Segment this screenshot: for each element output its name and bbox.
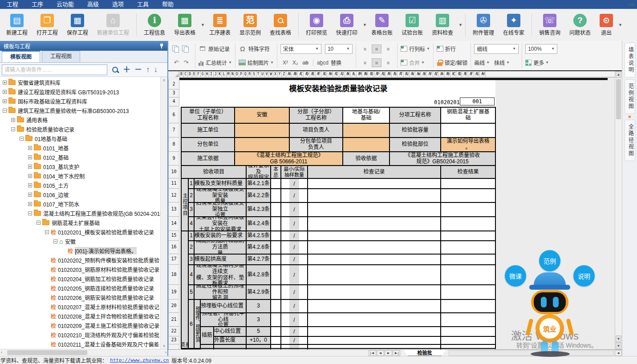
column-header[interactable]: U	[260, 71, 265, 77]
sampling-qty-cell[interactable]: /	[281, 327, 308, 336]
tree-expand-icon[interactable]: −	[53, 239, 57, 243]
font-family-select[interactable]: 宋体▼	[280, 44, 321, 54]
sampling-qty-cell[interactable]: /	[281, 344, 308, 349]
column-header[interactable]: AU	[404, 71, 410, 77]
test-ledger-button[interactable]: ☑试验台账	[398, 12, 427, 37]
tree-expand-icon[interactable]: +	[28, 155, 32, 159]
menu-item-2[interactable]: 工序	[25, 0, 50, 9]
column-header[interactable]: Q	[243, 71, 248, 77]
sheet-tab-inspection[interactable]: 检验批	[403, 350, 446, 356]
last-sheet-button[interactable]: ►|	[393, 350, 400, 356]
column-header[interactable]: AG	[321, 71, 327, 77]
sampling-qty-cell[interactable]: /	[281, 241, 308, 254]
row-header[interactable]: 4	[168, 97, 179, 106]
rowcol-header-button[interactable]: 行列标▼	[401, 43, 430, 55]
column-header[interactable]: N	[231, 71, 235, 77]
export-table-dropdown-icon[interactable]: ▼	[201, 23, 205, 27]
tree-expand-icon[interactable]: +	[3, 81, 7, 85]
tree-expand-icon[interactable]: +	[28, 174, 32, 178]
paste-icon[interactable]	[182, 45, 188, 52]
expand-all-icon[interactable]: ＋	[123, 65, 130, 75]
tree-item[interactable]: +0104_地下水控制	[0, 171, 160, 181]
tree-item[interactable]: −混凝土结构工程施工质量验收规范(GB 50204-2015	[0, 209, 160, 218]
column-header[interactable]: P	[239, 71, 243, 77]
row-header[interactable]: 9	[168, 152, 179, 166]
line-style-select[interactable]: 细线▼	[474, 44, 519, 54]
column-header[interactable]: AV	[410, 71, 415, 77]
column-header[interactable]: AR	[386, 71, 392, 77]
process-table-button[interactable]: ≣工序建表	[205, 12, 235, 37]
strikethrough-button[interactable]: ab	[303, 60, 308, 66]
tree-item[interactable]: +0102_基础	[0, 153, 160, 162]
tree-item[interactable]: 检01020210_现浇结构外观及尺寸偏差检验批	[0, 330, 160, 340]
exit-dropdown-icon[interactable]: ▼	[618, 23, 622, 27]
align-bottom-button[interactable]: ≡	[383, 44, 393, 53]
column-header[interactable]: I	[209, 71, 214, 77]
tree-item[interactable]: 检01020204_钢筋加工检验批质量验收记录	[0, 274, 160, 283]
sampling-qty-cell[interactable]: /	[281, 254, 308, 265]
form-input-cell[interactable]: 演示如何导出表格 。	[441, 138, 495, 152]
scroll-right-icon[interactable]: ›	[165, 350, 166, 355]
row-header[interactable]: 17	[168, 254, 179, 265]
move-up-icon[interactable]: ↑	[146, 65, 150, 75]
menu-item-3[interactable]: 云功能	[50, 0, 81, 9]
scrollbar-thumb[interactable]	[7, 350, 87, 355]
row-header[interactable]: 20	[168, 299, 179, 313]
column-header[interactable]: F	[196, 71, 201, 77]
scroll-split-arrow[interactable]: ▼	[616, 343, 621, 349]
more-button[interactable]: 更多▼	[525, 57, 557, 69]
tree-expand-icon[interactable]: −	[3, 109, 7, 113]
column-header[interactable]: Y	[278, 71, 282, 77]
scroll-down-icon[interactable]: ∨	[161, 344, 167, 348]
column-header[interactable]: J	[214, 71, 218, 77]
column-header[interactable]: V	[265, 71, 269, 77]
online-expert-button[interactable]: ✦在线专家	[499, 12, 528, 37]
undo-icon[interactable]: ↶	[172, 59, 180, 66]
zoom-select[interactable]: 100%▼	[525, 44, 557, 54]
tree-horizontal-scrollbar[interactable]: ‹ ›	[0, 349, 167, 356]
tree-item[interactable]: +0107_地下防水	[0, 199, 160, 209]
sheet-corner-cell[interactable]	[168, 71, 179, 77]
new-project-button[interactable]: ▤新建工程	[2, 12, 32, 37]
column-header[interactable]: AL	[351, 71, 357, 77]
exit-button[interactable]: ⊙退出	[596, 12, 617, 37]
column-header[interactable]: AI	[333, 71, 339, 77]
row-header[interactable]: 19	[168, 285, 179, 299]
row-header[interactable]: 21	[168, 313, 179, 327]
search-icon[interactable]	[112, 66, 119, 73]
form-input-cell[interactable]	[235, 123, 289, 138]
summary-stats-button[interactable]: 汇总统计▼	[199, 57, 232, 69]
tree-item[interactable]: +建设工程监理规范资料库 GB/T50319-2013	[0, 87, 160, 97]
row-header[interactable]: 12	[168, 189, 179, 202]
form-input-cell[interactable]: 安徽	[235, 107, 289, 123]
column-header[interactable]: AT	[398, 71, 403, 77]
attachment-mgmt-button[interactable]: ✇附件管理	[469, 12, 498, 37]
scroll-up-arrow[interactable]: ▲	[616, 71, 621, 78]
sales-consult-button[interactable]: ☏销售咨询	[535, 12, 564, 37]
tree-item[interactable]: −检01020201_模板安装检验批质量验收记录	[0, 227, 160, 237]
menu-item-7[interactable]: 帮助	[155, 0, 180, 9]
tree-item[interactable]: −钢筋混凝土扩展基础	[0, 218, 160, 227]
scroll-up-icon[interactable]: ∧	[161, 78, 167, 82]
row-header[interactable]: 18	[168, 265, 179, 285]
sampling-qty-cell[interactable]: /	[281, 178, 308, 189]
column-header[interactable]: AY	[427, 71, 433, 77]
sheet-scroll-thumb[interactable]	[616, 79, 621, 119]
open-project-button[interactable]: ❐打开工程	[32, 12, 62, 37]
draw-line-button[interactable]: 画线	[474, 59, 485, 66]
show-sample-button[interactable]: 范显示范例	[235, 12, 265, 37]
wrap-text-button[interactable]: 折行	[437, 43, 467, 55]
column-header[interactable]: AO	[368, 71, 374, 77]
zhuyew-link[interactable]: http://www.zhuyew.cn	[110, 357, 169, 363]
align-left-button[interactable]: ≡	[360, 58, 370, 67]
align-right-button[interactable]: ≡	[383, 58, 393, 67]
merge-cells-button[interactable]: 合并▼	[401, 57, 430, 69]
special-char-button[interactable]: Ω特殊字符	[239, 43, 274, 55]
tree-expand-icon[interactable]: −	[37, 221, 41, 225]
table-ledger-button[interactable]: ✎表格台账	[367, 12, 397, 37]
row-header[interactable]: 13	[168, 202, 179, 217]
column-header[interactable]: AW	[415, 71, 421, 77]
row-header[interactable]: 23	[168, 336, 179, 344]
align-top-button[interactable]: ≡	[360, 44, 370, 53]
tree-item[interactable]: 检01020209_混凝土施工检验批质量验收记录	[0, 321, 160, 330]
